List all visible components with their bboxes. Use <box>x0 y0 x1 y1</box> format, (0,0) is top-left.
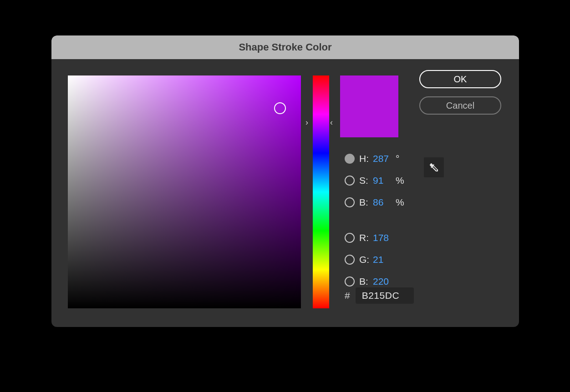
color-preview-swatch <box>340 75 398 137</box>
b-hsb-value-input[interactable]: 86 <box>373 197 393 208</box>
dialog-titlebar[interactable]: Shape Stroke Color <box>51 35 519 59</box>
b-rgb-value-input[interactable]: 220 <box>373 276 393 287</box>
color-picker-dialog: Shape Stroke Color › ‹ OK Cancel H: 287 <box>51 35 519 327</box>
dialog-title: Shape Stroke Color <box>239 41 331 53</box>
s-row: S: 91 % <box>345 170 458 191</box>
h-unit: ° <box>396 153 399 164</box>
hex-hash-label: # <box>345 290 350 301</box>
r-row: R: 178 <box>345 227 458 249</box>
b-hsb-row: B: 86 % <box>345 191 458 213</box>
s-radio[interactable] <box>345 176 355 186</box>
dialog-body: › ‹ OK Cancel H: 287 ° S: 91 % <box>51 59 519 327</box>
g-label: G: <box>359 254 372 265</box>
saturation-brightness-field[interactable] <box>68 75 301 308</box>
b-rgb-label: B: <box>359 276 372 287</box>
hue-slider-indicator-left: › <box>305 118 308 126</box>
h-label: H: <box>359 153 372 164</box>
g-row: G: 21 <box>345 249 458 271</box>
hue-slider-indicator-right: ‹ <box>330 118 333 126</box>
h-value-input[interactable]: 287 <box>373 153 393 164</box>
color-values-panel: H: 287 ° S: 91 % B: 86 % R: 178 <box>345 148 458 292</box>
b-hsb-unit: % <box>396 197 404 208</box>
cancel-button[interactable]: Cancel <box>419 96 501 115</box>
hue-slider[interactable] <box>313 75 329 308</box>
sb-field-cursor <box>274 102 286 114</box>
s-unit: % <box>396 175 404 186</box>
b-hsb-radio[interactable] <box>345 197 355 207</box>
b-hsb-label: B: <box>359 197 372 208</box>
s-label: S: <box>359 175 372 186</box>
hex-input[interactable]: B215DC <box>356 287 414 304</box>
ok-button[interactable]: OK <box>419 70 501 88</box>
s-value-input[interactable]: 91 <box>373 175 393 186</box>
b-rgb-radio[interactable] <box>345 276 355 286</box>
h-radio[interactable] <box>345 154 355 164</box>
r-value-input[interactable]: 178 <box>373 232 393 243</box>
g-value-input[interactable]: 21 <box>373 254 393 265</box>
h-row: H: 287 ° <box>345 148 458 170</box>
hex-row: # B215DC <box>345 287 414 304</box>
r-label: R: <box>359 232 372 243</box>
r-radio[interactable] <box>345 233 355 243</box>
g-radio[interactable] <box>345 255 355 265</box>
